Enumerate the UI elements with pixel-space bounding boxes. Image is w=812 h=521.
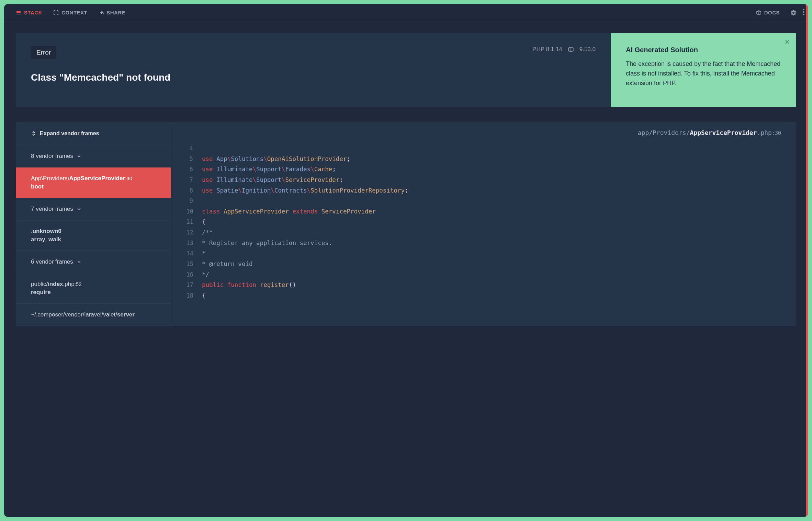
- solution-body: The exception is caused by the fact that…: [626, 59, 781, 88]
- chevron-down-icon: [77, 207, 81, 211]
- error-page-window: STACK CONTEXT SHARE DOCS: [4, 4, 808, 517]
- kebab-menu-icon[interactable]: [803, 9, 804, 15]
- laravel-icon: [568, 46, 574, 53]
- code-line: 11{: [186, 217, 781, 227]
- tab-context[interactable]: CONTEXT: [53, 10, 87, 15]
- code-line: 7use Illuminate\Support\ServiceProvider;: [186, 175, 781, 185]
- code-line: 16 */: [186, 269, 781, 280]
- code-line: 17 public function register(): [186, 280, 781, 290]
- scroll-indicator: [806, 4, 808, 517]
- error-badge: Error: [31, 46, 56, 59]
- laravel-version: 9.50.0: [579, 46, 596, 53]
- vendor-frame-group[interactable]: 7 vendor frames: [16, 198, 171, 220]
- share-icon: [98, 10, 104, 15]
- tab-context-label: CONTEXT: [61, 10, 87, 15]
- php-version: PHP 8.1.14: [532, 46, 562, 53]
- tab-stack[interactable]: STACK: [16, 10, 42, 15]
- docs-link[interactable]: DOCS: [756, 10, 780, 15]
- close-icon[interactable]: [785, 39, 790, 46]
- top-nav: STACK CONTEXT SHARE DOCS: [4, 4, 808, 21]
- tab-stack-label: STACK: [24, 10, 42, 15]
- tab-share-label: SHARE: [106, 10, 125, 15]
- stack-frames: Expand vendor frames 8 vendor frames App…: [16, 122, 171, 326]
- settings-button[interactable]: [791, 10, 796, 15]
- code-line: 4: [186, 143, 781, 154]
- stack-frame[interactable]: .unknown0array_walk: [16, 220, 171, 251]
- file-path: app/Providers/AppServiceProvider.php:30: [171, 122, 796, 143]
- code-line: 9: [186, 196, 781, 206]
- stack-frame[interactable]: ~/.composer/vendor/laravel/valet/server: [16, 304, 171, 326]
- code-line: 10class AppServiceProvider extends Servi…: [186, 206, 781, 217]
- code-line: 5use App\Solutions\OpenAiSolutionProvide…: [186, 154, 781, 164]
- ai-solution-panel: AI Generated Solution The exception is c…: [611, 33, 796, 107]
- code-line: 12 /**: [186, 227, 781, 238]
- code-line: 15 * @return void: [186, 259, 781, 269]
- stack-icon: [16, 10, 21, 15]
- expand-icon: [53, 10, 59, 15]
- tab-share[interactable]: SHARE: [98, 10, 125, 15]
- docs-label: DOCS: [764, 10, 780, 15]
- svg-rect-0: [16, 11, 21, 12]
- stack-trace: Expand vendor frames 8 vendor frames App…: [16, 122, 796, 326]
- svg-rect-2: [16, 14, 21, 14]
- error-title: Class "Memcached" not found: [31, 72, 596, 83]
- expand-label: Expand vendor frames: [40, 130, 99, 137]
- vendor-frame-group[interactable]: 8 vendor frames: [16, 145, 171, 167]
- svg-rect-1: [16, 12, 21, 13]
- laravel-icon: [756, 10, 762, 15]
- stack-frame[interactable]: public/index.php:52require: [16, 273, 171, 304]
- vendor-frame-group[interactable]: 6 vendor frames: [16, 251, 171, 273]
- expand-vendor-frames[interactable]: Expand vendor frames: [16, 122, 171, 145]
- code-line: 13 * Register any application services.: [186, 238, 781, 248]
- expand-collapse-icon: [31, 131, 36, 136]
- gear-icon: [791, 10, 796, 15]
- code-line: 6use Illuminate\Support\Facades\Cache;: [186, 164, 781, 175]
- solution-heading: AI Generated Solution: [626, 46, 781, 54]
- chevron-down-icon: [77, 259, 81, 264]
- code-line: 14 *: [186, 248, 781, 259]
- chevron-down-icon: [77, 154, 81, 159]
- code-preview: app/Providers/AppServiceProvider.php:30 …: [171, 122, 796, 326]
- code-line: 18 {: [186, 290, 781, 301]
- error-summary: Error PHP 8.1.14 9.50.0 Class "Memcached…: [16, 33, 611, 107]
- stack-frame[interactable]: App\Providers\AppServiceProvider:30boot: [16, 167, 171, 198]
- code-line: 8use Spatie\Ignition\Contracts\SolutionP…: [186, 185, 781, 196]
